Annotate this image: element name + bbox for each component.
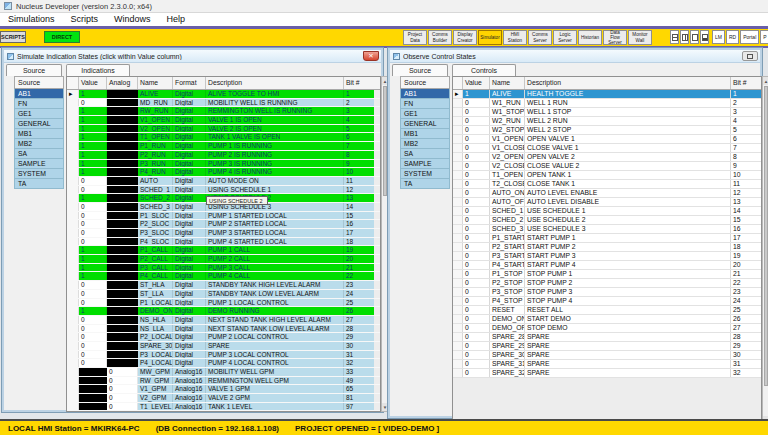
close-icon[interactable]: ✕ [363, 51, 379, 61]
menu-item[interactable]: Help [159, 13, 194, 26]
column-header-analog[interactable]: Analog [107, 77, 138, 89]
source-list-item[interactable]: MB1 [400, 129, 450, 139]
table-row[interactable]: 0 P3_LOCAL Digital PUMP 3 LOCAL CONTROL … [67, 351, 380, 360]
table-row[interactable]: 0 SPARE_30 Digital SPARE 30 [67, 342, 380, 351]
source-list-item[interactable]: GE1 [400, 109, 450, 119]
table-row[interactable]: 1 RW_RUN Digital REMMINGTON WELL IS RUNN… [67, 107, 380, 116]
table-row[interactable]: 0 MD_RUN Digital MOBILITY WELL IS RUNNIN… [67, 99, 380, 108]
left-window-titlebar[interactable]: Simulate Indication States (click within… [4, 50, 381, 63]
table-row[interactable]: 0 DEMO_OFF STOP DEMO 27 [453, 324, 761, 333]
table-row[interactable]: 0 W1_STOP WELL 1 STOP 3 [453, 108, 761, 117]
column-header-bit[interactable]: Bit # [731, 77, 756, 89]
table-row[interactable]: 0 SCHED_1 Digital USING SCHEDULE 1 12 [67, 186, 380, 195]
table-row[interactable]: 0 MW_GPM Analog16 MOBILITY WELL GPM 33 [67, 368, 380, 377]
module-button[interactable]: Data Flow Server [603, 30, 627, 45]
table-row[interactable]: 1 P3_CALL Digital PUMP 3 CALL 21 [67, 264, 380, 273]
table-row[interactable]: 1 ALIVE HEALTH TOGGLE 1 [453, 90, 761, 99]
table-row[interactable]: 0 P3_STOP STOP PUMP 3 23 [453, 288, 761, 297]
scrollbar-thumb[interactable] [764, 86, 768, 386]
value-cell[interactable]: 0 [79, 325, 107, 333]
table-row[interactable]: 0 P4_LOCAL Digital PUMP 4 LOCAL CONTROL … [67, 359, 380, 368]
source-list-item[interactable]: AB1 [400, 89, 450, 99]
source-list-item[interactable]: MB2 [14, 139, 64, 149]
source-list-item[interactable]: AB1 [14, 89, 64, 99]
table-row[interactable]: 0 T1_LEVEL Analog16 TANK 1 LEVEL 97 [67, 403, 380, 412]
source-list-item[interactable]: SAMPLE [400, 159, 450, 169]
table-row[interactable]: 0 W2_RUN WELL 2 RUN 4 [453, 117, 761, 126]
table-row[interactable]: 0 SCHED_2 USE SCHEDULE 2 15 [453, 216, 761, 225]
table-row[interactable]: 0 P1_STOP STOP PUMP 1 21 [453, 270, 761, 279]
source-list-item[interactable]: SA [400, 149, 450, 159]
controls-scrollbar[interactable]: ▲ ▼ [762, 76, 768, 425]
table-row[interactable]: 1 V1_OPEN Digital VALVE 1 IS OPEN 4 [67, 116, 380, 125]
table-row[interactable]: 0 P1_LOCAL Digital PUMP 1 LOCAL CONTROL … [67, 299, 380, 308]
value-cell[interactable]: 0 [79, 281, 107, 289]
table-row[interactable]: 0 RESET RESET ALL 25 [453, 306, 761, 315]
table-row[interactable]: 0 P1_SLOC Digital PUMP 1 STARTED LOCAL 1… [67, 212, 380, 221]
table-row[interactable]: 0 AUTO_ON AUTO LEVEL ENABLE 12 [453, 189, 761, 198]
table-row[interactable]: 0 V2_OPEN OPEN VALVE 2 8 [453, 153, 761, 162]
table-row[interactable]: 0 W2_STOP WELL 2 STOP 5 [453, 126, 761, 135]
table-row[interactable]: 0 P4_STOP STOP PUMP 4 24 [453, 297, 761, 306]
source-list-item[interactable]: SYSTEM [400, 169, 450, 179]
tab-source[interactable]: Source [392, 64, 448, 76]
column-header-format[interactable]: Format [173, 77, 206, 89]
column-header-value[interactable]: Value [463, 77, 490, 89]
table-row[interactable]: 1 T1_OPEN Digital TANK 1 VALVE IS OPEN 6 [67, 133, 380, 142]
source-list-item[interactable]: FN [14, 99, 64, 109]
module-button[interactable]: Simulator [478, 30, 502, 45]
value-cell[interactable]: 1 [79, 107, 107, 115]
right-window-titlebar[interactable]: Observe Control States [390, 50, 760, 63]
table-row[interactable]: 0 RW_GPM Analog16 REMMINGTON WELL GPM 49 [67, 377, 380, 386]
table-row[interactable]: 1 P4_RUN Digital PUMP 4 IS RUNNING 10 [67, 168, 380, 177]
table-row[interactable]: 0 P3_START START PUMP 3 19 [453, 252, 761, 261]
value-cell[interactable]: 0 [79, 359, 107, 367]
value-cell[interactable]: 1 [79, 194, 107, 202]
source-list-item[interactable]: SAMPLE [14, 159, 64, 169]
table-row[interactable]: 0 NS_LLA Digital NEXT STAND TANK LOW LEV… [67, 325, 380, 334]
table-row[interactable]: 0 V1_CLOSE CLOSE VALVE 1 7 [453, 144, 761, 153]
value-cell[interactable]: 0 [79, 351, 107, 359]
quick-button[interactable]: LM [712, 30, 725, 44]
table-row[interactable]: 0 SPARE_31 SPARE 31 [453, 360, 761, 369]
table-row[interactable]: 1 DEMO_ON Digital DEMO RUNNING 26 [67, 307, 380, 316]
value-cell[interactable]: 1 [79, 116, 107, 124]
column-header-bit[interactable]: Bit # [344, 77, 374, 89]
value-cell[interactable]: 0 [79, 342, 107, 350]
value-cell[interactable]: 1 [79, 246, 107, 254]
source-list-item[interactable]: GE1 [14, 109, 64, 119]
table-row[interactable]: 0 DEMO_ON START DEMO 26 [453, 315, 761, 324]
value-cell[interactable] [79, 385, 107, 393]
source-list-item[interactable]: TA [14, 179, 64, 189]
value-cell[interactable] [79, 377, 107, 385]
value-cell[interactable]: 1 [79, 255, 107, 263]
table-row[interactable]: 0 T1_OPEN OPEN TANK 1 10 [453, 171, 761, 180]
value-cell[interactable] [79, 394, 107, 402]
value-cell[interactable]: 0 [79, 212, 107, 220]
window-layout-icon[interactable] [700, 30, 709, 44]
value-cell[interactable]: 0 [79, 220, 107, 228]
value-cell[interactable]: 0 [79, 290, 107, 298]
module-button[interactable]: Logic Server [553, 30, 577, 45]
value-cell[interactable]: 0 [79, 333, 107, 341]
table-row[interactable]: 0 NS_HLA Digital NEXT STAND TANK HIGH LE… [67, 316, 380, 325]
module-button[interactable]: Project Data [403, 30, 427, 45]
value-cell[interactable]: 0 [79, 316, 107, 324]
table-row[interactable]: 0 SPARE_29 SPARE 29 [453, 342, 761, 351]
table-row[interactable]: 0 P4_START START PUMP 4 20 [453, 261, 761, 270]
window-layout-icon[interactable] [670, 30, 679, 44]
quick-button[interactable]: P [760, 30, 768, 44]
column-header-description[interactable]: Description [525, 77, 731, 89]
module-button[interactable]: HMI Station [503, 30, 527, 45]
value-cell[interactable]: 0 [79, 186, 107, 194]
value-cell[interactable] [79, 368, 107, 376]
table-row[interactable]: 0 AUTO Digital AUTO MODE ON 11 [67, 177, 380, 186]
table-row[interactable]: 0 P2_STOP STOP PUMP 2 22 [453, 279, 761, 288]
table-row[interactable]: 0 P4_SLOC Digital PUMP 4 STARTED LOCAL 1… [67, 238, 380, 247]
value-cell[interactable]: 0 [79, 203, 107, 211]
value-cell[interactable]: 1 [79, 125, 107, 133]
tab-controls[interactable]: Controls [452, 64, 516, 76]
table-row[interactable]: 1 ALIVE Digital ALIVE TOGGLE TO HMI 1 [67, 90, 380, 99]
table-row[interactable]: 0 SCHED_3 USE SCHEDULE 3 16 [453, 225, 761, 234]
table-row[interactable]: 0 ST_HLA Digital STANDBY TANK HIGH LEVEL… [67, 281, 380, 290]
